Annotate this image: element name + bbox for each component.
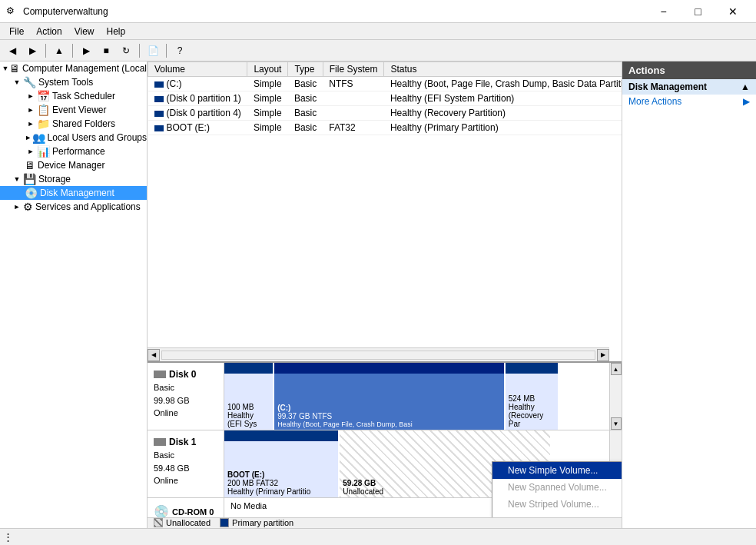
tree-root[interactable]: ▼ 🖥 Computer Management (Local <box>0 61 147 75</box>
volume-icon-c <box>154 81 164 88</box>
ctx-new-mirrored[interactable]: New Mirrored Volume... <box>492 513 622 517</box>
tree-toggle-task: ► <box>25 92 37 100</box>
minimize-button[interactable]: − <box>646 0 681 23</box>
refresh-button[interactable]: ↻ <box>117 42 135 59</box>
menu-file[interactable]: File <box>3 23 30 39</box>
services-icon: ⚙ <box>23 201 33 213</box>
ctx-new-simple[interactable]: New Simple Volume... <box>492 462 622 479</box>
volume-table: Volume Layout Type File System Status (C… <box>148 61 622 135</box>
disk1-icon <box>154 438 166 446</box>
tree-disk-management-label: Disk Management <box>40 188 114 198</box>
cdrom-label: 💿 CD-ROM 0 CD-ROM (D:) <box>148 498 224 517</box>
system-tools-icon: 🔧 <box>23 76 36 88</box>
tree-performance[interactable]: ► 📊 Performance <box>0 145 147 158</box>
tree-panel: ▼ 🖥 Computer Management (Local ▼ 🔧 Syste… <box>0 61 148 528</box>
ctx-new-striped[interactable]: New Striped Volume... <box>492 496 622 513</box>
disk-view: Disk 0 Basic 99.98 GB Online 100 MB Heal… <box>148 361 622 517</box>
event-viewer-icon: 📋 <box>37 104 50 116</box>
main-container: ▼ 🖥 Computer Management (Local ▼ 🔧 Syste… <box>0 61 756 528</box>
storage-icon: 💾 <box>23 173 36 185</box>
disk0-icon <box>154 371 166 378</box>
tree-device-manager[interactable]: 🖥 Device Manager <box>0 158 147 172</box>
col-filesystem: File System <box>323 62 384 77</box>
disk1-label: Disk 1 Basic 59.48 GB Online <box>148 430 224 497</box>
tree-toggle-event: ► <box>25 106 37 114</box>
disk0-part-efi[interactable]: 100 MB Healthy (EFI Sys <box>224 363 274 430</box>
tree-toggle-system-tools: ▼ <box>11 78 23 86</box>
task-scheduler-icon: 📅 <box>37 90 50 102</box>
tree-toggle-root: ▼ <box>2 65 9 72</box>
toolbar: ◀ ▶ ▲ ▶ ■ ↻ 📄 ? <box>0 40 756 61</box>
users-icon: 👥 <box>32 131 45 144</box>
status-resize-handle[interactable]: ⋮ <box>3 531 9 543</box>
tree-device-manager-label: Device Manager <box>38 160 104 171</box>
vscroll-up[interactable]: ▲ <box>611 363 622 375</box>
close-button[interactable]: ✕ <box>715 0 750 23</box>
ctx-new-spanned[interactable]: New Spanned Volume... <box>492 479 622 496</box>
disk0-label: Disk 0 Basic 99.98 GB Online <box>148 363 224 430</box>
tree-services-apps[interactable]: ► ⚙ Services and Applications <box>0 200 147 214</box>
tree-performance-label: Performance <box>52 146 105 157</box>
show-hide-button[interactable]: ▶ <box>77 42 95 59</box>
app-icon: ⚙ <box>6 5 18 18</box>
computer-icon: 🖥 <box>9 62 20 75</box>
actions-more[interactable]: More Actions ▶ <box>622 95 756 108</box>
disk0-part-c[interactable]: (C:) 99.37 GB NTFS Healthy (Boot, Page F… <box>274 363 506 430</box>
tree-system-tools-label: System Tools <box>38 77 93 88</box>
table-row[interactable]: (Disk 0 partition 4) Simple Basic Health… <box>148 106 622 121</box>
performance-icon: 📊 <box>37 145 50 158</box>
disk1-part-boot[interactable]: BOOT (E:) 200 MB FAT32 Healthy (Primary … <box>224 430 340 497</box>
col-type: Type <box>288 62 323 77</box>
volume-icon-p1 <box>154 96 164 102</box>
export-button[interactable]: 📄 <box>144 42 162 59</box>
tree-event-viewer-label: Event Viewer <box>52 105 106 115</box>
hscroll-right[interactable]: ▶ <box>597 349 609 361</box>
horizontal-scrollbar[interactable]: ◀ ▶ <box>148 347 609 361</box>
disk0-part-recovery-header <box>506 363 558 374</box>
disk-vscroll[interactable]: ▲ ▼ <box>609 363 622 430</box>
shared-folders-icon: 📁 <box>37 118 50 130</box>
title-bar: ⚙ Computerverwaltung − □ ✕ <box>0 0 756 23</box>
hscroll-left[interactable]: ◀ <box>148 349 160 361</box>
toolbar-sep-1 <box>45 44 46 58</box>
back-button[interactable]: ◀ <box>3 42 22 59</box>
vscroll-down[interactable]: ▼ <box>611 417 622 430</box>
title-bar-controls: − □ ✕ <box>646 0 750 23</box>
stop-button[interactable]: ■ <box>97 42 115 59</box>
menu-view[interactable]: View <box>68 23 101 39</box>
maximize-button[interactable]: □ <box>681 0 715 23</box>
legend-primary: Primary partition <box>220 518 293 527</box>
legend-unalloc: Unallocated <box>154 518 211 527</box>
tree-disk-management[interactable]: 💿 Disk Management <box>0 186 147 200</box>
menu-bar: File Action View Help <box>0 23 756 40</box>
menu-help[interactable]: Help <box>101 23 132 39</box>
table-row[interactable]: (C:) Simple Basic NTFS Healthy (Boot, Pa… <box>148 77 622 91</box>
disk0-part-recovery[interactable]: 524 MB Healthy (Recovery Par <box>506 363 559 430</box>
menu-action[interactable]: Action <box>30 23 68 39</box>
disk-management-icon: 💿 <box>25 187 38 199</box>
tree-local-users[interactable]: ► 👥 Local Users and Groups <box>0 131 147 145</box>
tree-storage[interactable]: ▼ 💾 Storage <box>0 172 147 186</box>
legend-unalloc-box <box>154 518 163 527</box>
tree-toggle-users: ► <box>25 134 32 141</box>
toolbar-sep-2 <box>72 44 73 58</box>
up-button[interactable]: ▲ <box>50 42 68 59</box>
tree-storage-label: Storage <box>38 174 71 184</box>
tree-event-viewer[interactable]: ► 📋 Event Viewer <box>0 103 147 117</box>
toolbar-sep-3 <box>139 44 140 58</box>
device-manager-icon: 🖥 <box>25 159 35 171</box>
forward-button[interactable]: ▶ <box>23 42 41 59</box>
actions-sub-header: Disk Management ▲ <box>622 79 756 95</box>
cdrom-icon: 💿 <box>154 503 169 517</box>
tree-toggle-services: ► <box>11 203 23 211</box>
tree-system-tools[interactable]: ▼ 🔧 System Tools <box>0 75 147 89</box>
table-row[interactable]: (Disk 0 partition 1) Simple Basic Health… <box>148 91 622 106</box>
tree-shared-folders[interactable]: ► 📁 Shared Folders <box>0 117 147 131</box>
disk0-row: Disk 0 Basic 99.98 GB Online 100 MB Heal… <box>148 363 622 430</box>
help-button[interactable]: ? <box>171 42 189 59</box>
table-row[interactable]: BOOT (E:) Simple Basic FAT32 Healthy (Pr… <box>148 121 622 135</box>
tree-toggle-shared: ► <box>25 120 37 128</box>
tree-toggle-storage: ▼ <box>11 175 23 183</box>
tree-task-scheduler[interactable]: ► 📅 Task Scheduler <box>0 89 147 103</box>
disk0-partitions: 100 MB Healthy (EFI Sys (C:) 99.37 GB NT… <box>224 363 609 430</box>
